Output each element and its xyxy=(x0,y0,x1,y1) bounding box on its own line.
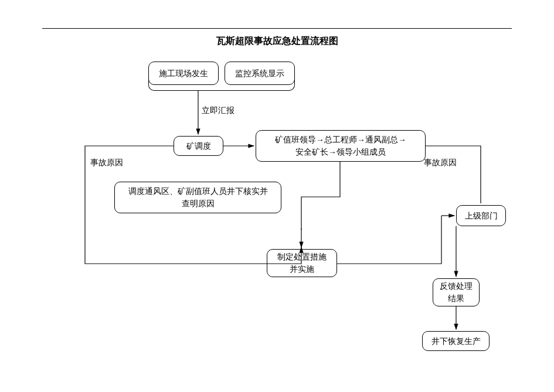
label-cause-right: 事故原因 xyxy=(424,158,457,168)
node-dispatch: 矿调度 xyxy=(174,136,223,156)
node-resume: 井下恢复生产 xyxy=(422,331,490,351)
node-superior: 上级部门 xyxy=(456,205,506,226)
node-measures: 制定处置措施 并实施 xyxy=(267,249,337,277)
node-site-occurs: 施工现场发生 xyxy=(148,62,219,85)
node-verify-cause: 调度通风区、矿副值班人员井下核实并 查明原因 xyxy=(114,182,281,213)
node-feedback: 反馈处理 结果 xyxy=(433,278,480,306)
diagram-title: 瓦斯超限事故应急处置流程图 xyxy=(0,35,554,47)
label-report-now: 立即汇报 xyxy=(202,105,234,116)
node-leaders: 矿值班领导→总工程师→通风副总→ 安全矿长→领导小组成员 xyxy=(256,130,426,162)
label-cause-left: 事故原因 xyxy=(90,158,123,168)
horizontal-rule xyxy=(42,28,512,29)
node-monitor-shows: 监控系统显示 xyxy=(225,62,295,85)
